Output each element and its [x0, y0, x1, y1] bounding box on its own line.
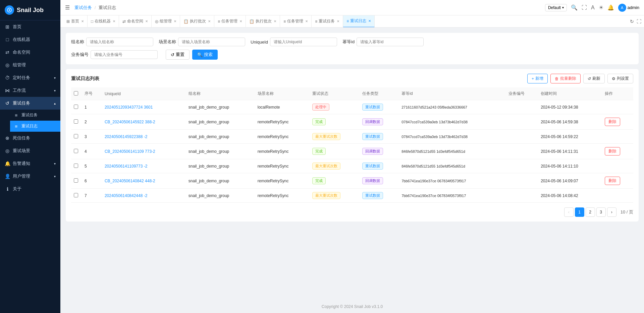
tab-om-close[interactable]: ✕: [113, 19, 115, 23]
reset-button[interactable]: ↺ 重置: [166, 50, 190, 60]
sidebar-item-online-machines[interactable]: □ 在线机器: [0, 33, 60, 46]
unique-id-link[interactable]: 20240512093437724 3601: [105, 105, 153, 110]
chevron-down-icon-4: ▾: [54, 175, 56, 178]
row-checkbox[interactable]: [74, 119, 78, 124]
row-checkbox[interactable]: [74, 193, 78, 197]
tab-expand-icon[interactable]: ⛶: [637, 19, 641, 24]
batch-delete-button[interactable]: 🗑 批量删除: [550, 74, 581, 83]
namespace-selector[interactable]: Default ▾: [545, 4, 567, 11]
delete-row-button[interactable]: 删除: [605, 177, 620, 185]
sidebar-item-scheduled-tasks[interactable]: ⏱ 定时任务 ▾: [0, 71, 60, 84]
search-icon[interactable]: 🔍: [571, 4, 578, 11]
tab-exec-batch2[interactable]: 📋 执行批次 ✕: [246, 15, 280, 27]
sidebar-item-online-machines-label: 在线机器: [13, 37, 30, 43]
col-retry-status: 重试状态: [310, 87, 360, 100]
cell-actions: [602, 130, 633, 144]
unique-id-input[interactable]: [270, 38, 337, 46]
cell-task-type: 回调数据: [360, 114, 399, 130]
cell-seq: 5: [82, 159, 102, 173]
row-checkbox-cell: [71, 159, 82, 173]
filter-row-1: 组名称 场景名称 UniqueId 幂等id: [71, 38, 633, 46]
tab-exec-batch[interactable]: 📋 执行批次 ✕: [180, 15, 214, 27]
tab-rt-close[interactable]: ✕: [337, 19, 339, 23]
row-checkbox[interactable]: [74, 134, 78, 138]
notification-icon[interactable]: 🔔: [607, 4, 614, 11]
tab-retry-task[interactable]: ≡ 重试任务 ✕: [312, 15, 343, 27]
cell-actions: 删除: [602, 144, 633, 159]
search-button[interactable]: 🔍 搜索: [192, 50, 218, 60]
table-row: 6 CB_20240506140842 448-2 snail_job_demo…: [71, 173, 633, 189]
refresh-button[interactable]: ↺ 刷新: [583, 74, 605, 83]
table-row: 1 20240512093437724 3601 snail_job_demo_…: [71, 100, 633, 114]
cell-unique-id: CB_20240506145922 388-2: [102, 114, 186, 130]
tab-group-mgmt[interactable]: ◎ 组管理 ✕: [152, 15, 180, 27]
sidebar-item-user-mgmt[interactable]: 👤 用户管理 ▾: [0, 170, 60, 183]
fullscreen-icon[interactable]: ⛶: [582, 5, 587, 11]
prev-page-button[interactable]: ‹: [564, 207, 574, 217]
tab-task-mgmt[interactable]: ≡ 任务管理 ✕: [214, 15, 246, 27]
biz-no-input[interactable]: [91, 50, 158, 59]
tab-rl-close[interactable]: ✕: [368, 19, 371, 23]
delete-row-button[interactable]: 删除: [605, 118, 620, 126]
tab-task-mgmt2[interactable]: ≡ 任务管理 ✕: [280, 15, 312, 27]
sidebar-item-namespace[interactable]: ⇄ 命名空间: [0, 46, 60, 59]
unique-id-link[interactable]: CB_20240506145922 388-2: [105, 120, 155, 124]
column-settings-button[interactable]: ⚙ 列设置: [607, 74, 633, 83]
row-checkbox[interactable]: [74, 164, 78, 168]
translate-icon[interactable]: A: [591, 5, 595, 11]
table-row: 3 20240506145922388 -2 snail_job_demo_gr…: [71, 130, 633, 144]
col-actions: 操作: [602, 87, 633, 100]
app-logo[interactable]: Snail Job: [0, 0, 60, 20]
unique-id-link[interactable]: 20240506145922388 -2: [105, 134, 147, 139]
list-icon: ≡: [13, 113, 19, 118]
group-name-input[interactable]: [86, 38, 153, 46]
breadcrumb-retry-task[interactable]: 重试任务: [74, 5, 92, 11]
sidebar-item-dead-task[interactable]: ⊗ 死信任务: [0, 132, 60, 144]
tab-online-machines[interactable]: □ 在线机器 ✕: [88, 15, 119, 27]
page-2-button[interactable]: 2: [586, 207, 595, 217]
tab-gm-close[interactable]: ✕: [174, 19, 176, 23]
sidebar-item-retry-task-sub[interactable]: ≡ 重试任务: [10, 110, 60, 121]
unique-id-link[interactable]: CB_20240506141109 773-2: [105, 149, 155, 154]
task-type-badge: 回调数据: [362, 177, 383, 184]
next-page-button[interactable]: ›: [607, 207, 616, 217]
tab-home[interactable]: ⊞ 首页 ✕: [63, 15, 88, 27]
sidebar-item-about-label: 关于: [13, 186, 21, 192]
sidebar-item-retry-scene[interactable]: ◎ 重试场景: [0, 144, 60, 157]
sidebar-item-alert[interactable]: 🔔 告警通知 ▾: [0, 157, 60, 170]
sidebar-item-workflow[interactable]: ⋈ 工作流 ▾: [0, 84, 60, 97]
tab-tm-close[interactable]: ✕: [239, 19, 242, 23]
tab-tm2-close[interactable]: ✕: [305, 19, 308, 23]
tab-home-close[interactable]: ✕: [81, 19, 84, 23]
col-biz-no: 业务编号: [506, 87, 538, 100]
sidebar-item-about[interactable]: ℹ 关于: [0, 183, 60, 195]
unique-id-link[interactable]: 20240506141109773 -2: [105, 164, 147, 169]
tab-eb2-close[interactable]: ✕: [274, 19, 276, 23]
tab-namespace[interactable]: ⇄ 命名空间 ✕: [119, 15, 152, 27]
row-checkbox[interactable]: [74, 105, 78, 109]
delete-row-button[interactable]: 删除: [605, 147, 620, 155]
admin-info[interactable]: A admin: [618, 4, 639, 12]
sidebar-item-retry-task[interactable]: ↺ 重试任务 ▴: [0, 97, 60, 110]
sidebar-item-home[interactable]: ⊞ 首页: [0, 20, 60, 33]
retry-status-badge: 完成: [312, 177, 326, 184]
add-button[interactable]: + 新增: [527, 74, 548, 83]
theme-icon[interactable]: ☀: [599, 4, 603, 11]
sidebar-item-group-mgmt[interactable]: ◎ 组管理: [0, 59, 60, 71]
page-content: 组名称 场景名称 UniqueId 幂等id 业务编号: [60, 27, 644, 300]
row-checkbox[interactable]: [74, 178, 78, 183]
page-1-button[interactable]: 1: [575, 207, 584, 217]
tab-ns-close[interactable]: ✕: [145, 19, 148, 23]
menu-toggle-icon[interactable]: ☰: [65, 4, 70, 11]
unique-id-link[interactable]: CB_20240506140842 448-2: [105, 179, 155, 183]
scene-name-input[interactable]: [178, 38, 245, 46]
sidebar-item-retry-log[interactable]: ≡ 重试日志: [10, 121, 60, 132]
unique-id-link[interactable]: 20240506140842448 -2: [105, 193, 147, 198]
page-3-button[interactable]: 3: [596, 207, 606, 217]
tab-retry-log[interactable]: ≡ 重试日志 ✕: [343, 15, 375, 27]
tab-eb-close[interactable]: ✕: [208, 19, 211, 23]
row-checkbox[interactable]: [74, 149, 78, 153]
select-all-checkbox[interactable]: [74, 91, 78, 96]
tab-refresh-icon[interactable]: ↻: [630, 19, 634, 24]
curtain-id-input[interactable]: [357, 38, 424, 46]
